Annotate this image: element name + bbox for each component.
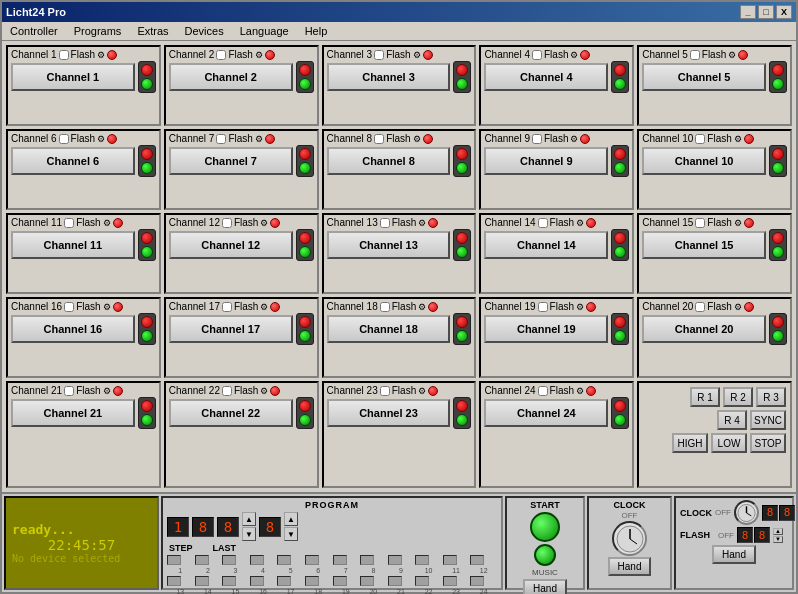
mini-cell-21[interactable] [388, 576, 402, 586]
r-button-stop[interactable]: STOP [750, 433, 786, 453]
gear-icon-7[interactable]: ⚙ [255, 134, 263, 144]
channel-button-18[interactable]: Channel 18 [327, 315, 451, 343]
r-button-1[interactable]: R 1 [690, 387, 720, 407]
mini-cell-3[interactable] [222, 555, 236, 565]
channel-button-12[interactable]: Channel 12 [169, 231, 293, 259]
channel-button-6[interactable]: Channel 6 [11, 147, 135, 175]
flash-checkbox-5[interactable] [690, 50, 700, 60]
flash-checkbox-20[interactable] [695, 302, 705, 312]
mini-cell-10[interactable] [415, 555, 429, 565]
gear-icon-8[interactable]: ⚙ [413, 134, 421, 144]
r-button-2[interactable]: R 2 [723, 387, 753, 407]
mini-cell-23[interactable] [443, 576, 457, 586]
mini-cell-4[interactable] [250, 555, 264, 565]
flash-checkbox-17[interactable] [222, 302, 232, 312]
mini-cell-19[interactable] [333, 576, 347, 586]
gear-icon-1[interactable]: ⚙ [97, 50, 105, 60]
r-button-high[interactable]: HIGH [672, 433, 708, 453]
gear-icon-10[interactable]: ⚙ [734, 134, 742, 144]
prog-up-arrow[interactable]: ▲ [242, 512, 256, 526]
mini-cell-12[interactable] [470, 555, 484, 565]
channel-button-4[interactable]: Channel 4 [484, 63, 608, 91]
start-hand-button[interactable]: Hand [523, 579, 567, 594]
mini-cell-22[interactable] [415, 576, 429, 586]
flash-checkbox-1[interactable] [59, 50, 69, 60]
mini-cell-9[interactable] [388, 555, 402, 565]
channel-button-9[interactable]: Channel 9 [484, 147, 608, 175]
channel-button-5[interactable]: Channel 5 [642, 63, 766, 91]
mini-cell-11[interactable] [443, 555, 457, 565]
gear-icon-11[interactable]: ⚙ [103, 218, 111, 228]
flash-checkbox-16[interactable] [64, 302, 74, 312]
minimize-button[interactable]: _ [740, 5, 756, 19]
channel-button-7[interactable]: Channel 7 [169, 147, 293, 175]
mini-cell-20[interactable] [360, 576, 374, 586]
flash-checkbox-24[interactable] [538, 386, 548, 396]
rc-flash-down[interactable]: ▼ [773, 536, 783, 543]
menu-programs[interactable]: Programs [70, 24, 126, 38]
prog-down-arrow2[interactable]: ▼ [284, 527, 298, 541]
channel-button-11[interactable]: Channel 11 [11, 231, 135, 259]
maximize-button[interactable]: □ [758, 5, 774, 19]
rc-flash-up[interactable]: ▲ [773, 528, 783, 535]
gear-icon-18[interactable]: ⚙ [418, 302, 426, 312]
mini-cell-17[interactable] [277, 576, 291, 586]
channel-button-1[interactable]: Channel 1 [11, 63, 135, 91]
gear-icon-15[interactable]: ⚙ [734, 218, 742, 228]
mini-cell-8[interactable] [360, 555, 374, 565]
flash-checkbox-23[interactable] [380, 386, 390, 396]
mini-cell-1[interactable] [167, 555, 181, 565]
mini-cell-7[interactable] [333, 555, 347, 565]
channel-button-20[interactable]: Channel 20 [642, 315, 766, 343]
channel-button-14[interactable]: Channel 14 [484, 231, 608, 259]
channel-button-23[interactable]: Channel 23 [327, 399, 451, 427]
flash-checkbox-14[interactable] [538, 218, 548, 228]
flash-hand-button[interactable]: Hand [712, 545, 756, 564]
r-button-low[interactable]: LOW [711, 433, 747, 453]
flash-checkbox-2[interactable] [216, 50, 226, 60]
gear-icon-6[interactable]: ⚙ [97, 134, 105, 144]
gear-icon-3[interactable]: ⚙ [413, 50, 421, 60]
flash-checkbox-9[interactable] [532, 134, 542, 144]
close-button[interactable]: X [776, 5, 792, 19]
mini-cell-13[interactable] [167, 576, 181, 586]
gear-icon-17[interactable]: ⚙ [260, 302, 268, 312]
flash-checkbox-10[interactable] [695, 134, 705, 144]
clock-hand-button[interactable]: Hand [608, 557, 652, 576]
flash-checkbox-3[interactable] [374, 50, 384, 60]
mini-cell-14[interactable] [195, 576, 209, 586]
prog-up-arrow2[interactable]: ▲ [284, 512, 298, 526]
channel-button-8[interactable]: Channel 8 [327, 147, 451, 175]
channel-button-19[interactable]: Channel 19 [484, 315, 608, 343]
gear-icon-20[interactable]: ⚙ [734, 302, 742, 312]
channel-button-24[interactable]: Channel 24 [484, 399, 608, 427]
mini-cell-6[interactable] [305, 555, 319, 565]
mini-cell-2[interactable] [195, 555, 209, 565]
channel-button-3[interactable]: Channel 3 [327, 63, 451, 91]
sync-button[interactable]: SYNC [750, 410, 786, 430]
gear-icon-22[interactable]: ⚙ [260, 386, 268, 396]
mini-cell-24[interactable] [470, 576, 484, 586]
channel-button-15[interactable]: Channel 15 [642, 231, 766, 259]
menu-help[interactable]: Help [301, 24, 332, 38]
gear-icon-2[interactable]: ⚙ [255, 50, 263, 60]
channel-button-10[interactable]: Channel 10 [642, 147, 766, 175]
flash-checkbox-8[interactable] [374, 134, 384, 144]
mini-cell-15[interactable] [222, 576, 236, 586]
channel-button-13[interactable]: Channel 13 [327, 231, 451, 259]
mini-cell-16[interactable] [250, 576, 264, 586]
r-button-4[interactable]: R 4 [717, 410, 747, 430]
menu-controller[interactable]: Controller [6, 24, 62, 38]
flash-checkbox-11[interactable] [64, 218, 74, 228]
flash-checkbox-6[interactable] [59, 134, 69, 144]
flash-checkbox-12[interactable] [222, 218, 232, 228]
gear-icon-4[interactable]: ⚙ [570, 50, 578, 60]
flash-checkbox-7[interactable] [216, 134, 226, 144]
channel-button-22[interactable]: Channel 22 [169, 399, 293, 427]
flash-checkbox-22[interactable] [222, 386, 232, 396]
flash-checkbox-19[interactable] [538, 302, 548, 312]
gear-icon-14[interactable]: ⚙ [576, 218, 584, 228]
menu-devices[interactable]: Devices [181, 24, 228, 38]
r-button-3[interactable]: R 3 [756, 387, 786, 407]
channel-button-17[interactable]: Channel 17 [169, 315, 293, 343]
